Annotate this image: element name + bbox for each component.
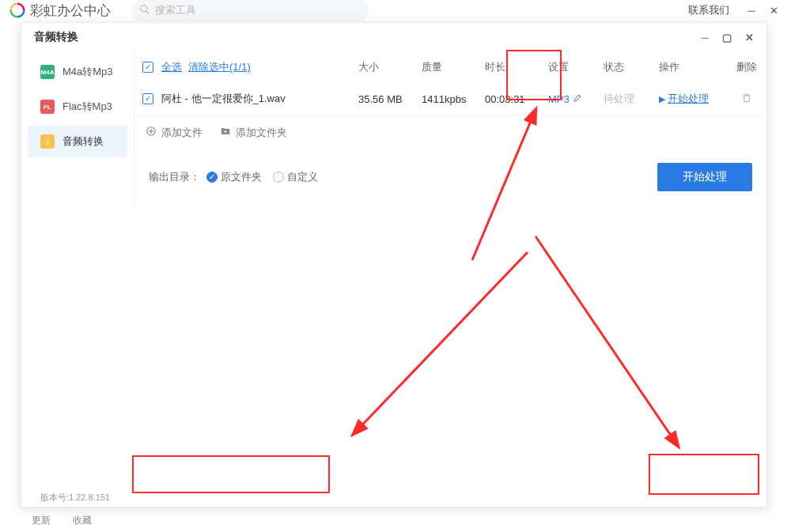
- audio-convert-dialog: 音频转换 ─ ▢ ✕ M4A M4a转Mp3 FL Flac转Mp3 ♪ 音频转…: [21, 22, 767, 507]
- row-setting-value: MP3: [548, 93, 570, 105]
- add-file-label: 添加文件: [161, 126, 202, 140]
- sidebar-item-label: M4a转Mp3: [62, 65, 113, 79]
- radio-custom-label: 自定义: [287, 170, 318, 184]
- audio-convert-icon: ♪: [40, 134, 55, 149]
- dialog-title: 音频转换: [34, 30, 78, 44]
- clear-selection-link[interactable]: 清除选中(1/1): [188, 60, 251, 74]
- sidebar-item-audio-convert[interactable]: ♪ 音频转换: [28, 126, 127, 157]
- select-all-link[interactable]: 全选: [161, 60, 182, 74]
- row-start-link[interactable]: 开始处理: [668, 92, 709, 106]
- dialog-close-button[interactable]: ✕: [738, 26, 760, 48]
- row-duration: 00:03:31: [485, 93, 548, 105]
- radio-original-label: 原文件夹: [221, 170, 262, 184]
- table-row: ✓ 阿杜 - 他一定很爱你_1.wav 35.56 MB 1411kpbs 00…: [134, 83, 766, 115]
- row-filename: 阿杜 - 他一定很爱你_1.wav: [161, 92, 358, 106]
- dialog-minimize-button[interactable]: ─: [694, 26, 716, 48]
- table-header: ✓ 全选 清除选中(1/1) 大小 质量 时长 设置 状态 操作 删除: [134, 51, 766, 83]
- radio-original-folder[interactable]: [206, 172, 218, 183]
- col-duration: 时长: [485, 60, 548, 74]
- row-quality: 1411kpbs: [422, 93, 485, 105]
- row-delete-button[interactable]: [741, 92, 752, 106]
- search-icon: [139, 4, 150, 17]
- app-logo-icon: [9, 2, 25, 18]
- add-folder-button[interactable]: 添加文件夹: [220, 126, 287, 140]
- app-title: 彩虹办公中心: [30, 2, 111, 20]
- col-size: 大小: [358, 60, 422, 74]
- outer-minimize-button[interactable]: ─: [740, 0, 763, 21]
- edit-setting-icon[interactable]: [573, 93, 582, 105]
- sidebar-item-m4a[interactable]: M4A M4a转Mp3: [28, 56, 127, 88]
- contact-us-link[interactable]: 联系我们: [688, 3, 729, 17]
- annotation-arrow-to-start: [520, 228, 702, 458]
- outer-close-button[interactable]: ✕: [763, 0, 785, 21]
- row-state: 待处理: [604, 92, 659, 106]
- annotation-box-start-button: [649, 454, 759, 495]
- annotation-arrow-to-output: [338, 244, 536, 450]
- annotation-box-output-options: [132, 455, 330, 493]
- search-input[interactable]: 搜索工具: [131, 0, 369, 21]
- col-operation: 操作: [659, 60, 727, 74]
- col-quality: 质量: [422, 60, 485, 74]
- start-process-button[interactable]: 开始处理: [657, 163, 752, 191]
- sidebar-item-flac[interactable]: FL Flac转Mp3: [28, 91, 127, 123]
- bg-fav: 收藏: [73, 514, 92, 527]
- start-process-label: 开始处理: [683, 170, 727, 184]
- add-file-button[interactable]: 添加文件: [146, 126, 202, 140]
- col-state: 状态: [604, 60, 659, 74]
- svg-line-6: [354, 252, 528, 434]
- svg-point-0: [141, 5, 147, 11]
- sidebar-item-label: Flac转Mp3: [62, 100, 112, 114]
- version-label: 版本号:1.22.8.151: [40, 492, 110, 504]
- flac-icon: FL: [40, 100, 55, 114]
- search-placeholder: 搜索工具: [155, 3, 196, 17]
- add-folder-label: 添加文件夹: [236, 126, 287, 140]
- m4a-icon: M4A: [40, 65, 55, 79]
- row-checkbox[interactable]: ✓: [142, 93, 153, 104]
- dialog-maximize-button[interactable]: ▢: [716, 26, 738, 48]
- background-nav: 更新 收藏: [32, 514, 92, 527]
- output-dir-label: 输出目录：: [149, 170, 200, 184]
- row-size: 35.56 MB: [358, 93, 422, 105]
- sidebar-item-label: 音频转换: [62, 134, 104, 149]
- play-icon: ▶: [659, 94, 665, 104]
- plus-icon: [146, 126, 157, 139]
- select-all-checkbox[interactable]: ✓: [142, 62, 153, 73]
- col-setting: 设置: [548, 60, 604, 74]
- bg-update: 更新: [32, 514, 51, 527]
- col-delete: 删除: [727, 60, 766, 74]
- svg-line-1: [146, 10, 149, 13]
- radio-custom-folder[interactable]: [273, 172, 284, 183]
- svg-line-7: [536, 236, 678, 446]
- sidebar: M4A M4a转Mp3 FL Flac转Mp3 ♪ 音频转换: [21, 51, 134, 205]
- main-panel: ✓ 全选 清除选中(1/1) 大小 质量 时长 设置 状态 操作 删除: [134, 51, 766, 205]
- folder-plus-icon: [220, 126, 231, 139]
